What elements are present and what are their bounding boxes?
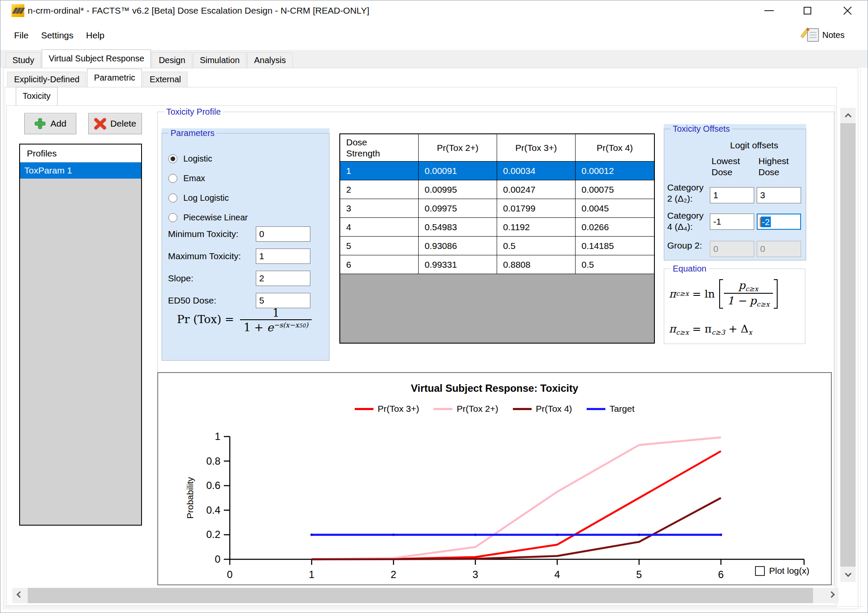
target-point: [310, 533, 313, 536]
radio-icon: [168, 194, 177, 202]
plot-log-label: Plot log(x): [769, 566, 810, 576]
delete-button[interactable]: Delete: [88, 113, 142, 134]
legend-swatch: [587, 408, 605, 410]
app-icon: [12, 4, 24, 17]
legend-swatch: [355, 408, 373, 410]
tab-study[interactable]: Study: [6, 52, 41, 68]
table-cell: 0.00075: [576, 180, 654, 199]
menu-file[interactable]: File: [9, 29, 34, 42]
plot-log-checkbox[interactable]: [755, 566, 765, 576]
scroll-left-arrow[interactable]: [12, 588, 27, 603]
maximize-button[interactable]: [793, 0, 822, 21]
scroll-right-arrow[interactable]: [824, 588, 839, 603]
parameter-field-input[interactable]: 2: [256, 271, 310, 286]
legend-item-pr-tox-3-: Pr(Tox 3+): [355, 404, 419, 414]
logit-equation-2: πc≥x = πc≥3 + Δx: [669, 323, 752, 336]
close-button[interactable]: [833, 0, 862, 21]
table-cell: 0.99331: [419, 255, 497, 274]
subtab-parametric[interactable]: Parametric: [87, 69, 142, 87]
table-row[interactable]: 30.099750.017990.0045: [340, 199, 654, 218]
table-row[interactable]: 40.549830.11920.0266: [340, 218, 654, 237]
scroll-down-arrow[interactable]: [841, 567, 855, 582]
profile-list-item[interactable]: ToxParam 1: [20, 162, 141, 179]
parameter-field-label: Minimum Toxicity:: [168, 229, 238, 239]
subtab-explicitly-defined[interactable]: Explicitly-Defined: [7, 72, 86, 87]
target-point: [638, 533, 640, 536]
add-button-label: Add: [50, 119, 66, 129]
table-header-cell[interactable]: Dose Strength: [340, 134, 419, 162]
parameter-field-row: ED50 Dose:5: [168, 293, 330, 308]
radio-icon: [168, 154, 177, 163]
radio-option-logistic[interactable]: Logistic: [168, 154, 212, 164]
innertab-toxicity[interactable]: Toxicity: [16, 87, 58, 105]
equation-panel: Equation πc≥x = ln pc≥x 1 − pc≥x πc≥x = …: [664, 264, 805, 344]
offset-row-label: Category 4 (Δ₄):: [667, 210, 710, 232]
horizontal-scrollbar-thumb[interactable]: [28, 588, 813, 603]
offset-input-high[interactable]: -2: [757, 214, 801, 230]
logit-equation-1: πc≥x = ln pc≥x 1 − pc≥x: [669, 279, 780, 309]
parameter-field-label: Slope:: [168, 273, 194, 283]
add-button[interactable]: Add: [24, 113, 76, 134]
horizontal-scrollbar[interactable]: [12, 588, 839, 603]
table-row[interactable]: 50.930860.50.14185: [340, 237, 654, 255]
table-row[interactable]: 60.993310.88080.5: [340, 255, 654, 274]
svg-text:1: 1: [309, 569, 314, 580]
table-header-cell[interactable]: Pr(Tox 4): [576, 134, 654, 162]
toxicity-offsets-group-label: Toxicity Offsets: [671, 124, 732, 133]
chart-box: Virtual Subject Response: Toxicity Pr(To…: [157, 372, 832, 585]
subtab-external[interactable]: External: [143, 72, 188, 87]
offset-input-low: 0: [710, 241, 754, 257]
table-cell: 4: [340, 218, 419, 237]
svg-text:6: 6: [718, 569, 723, 580]
menu-help[interactable]: Help: [81, 29, 110, 42]
maximize-icon: [804, 7, 811, 14]
legend-label: Pr(Tox 3+): [378, 404, 419, 414]
notes-button[interactable]: Notes: [804, 25, 848, 45]
bottom-divider: [4, 606, 864, 607]
tab-virtual-subject-response[interactable]: Virtual Subject Response: [42, 49, 151, 68]
svg-text:0.8: 0.8: [206, 455, 220, 467]
selected-text: -2: [761, 217, 771, 227]
offset-input-low[interactable]: 1: [710, 187, 754, 203]
svg-text:Probability: Probability: [185, 477, 195, 519]
offset-input-low[interactable]: -1: [710, 214, 754, 230]
scroll-up-arrow[interactable]: [841, 108, 855, 122]
tab-design[interactable]: Design: [152, 52, 192, 68]
table-cell: 0.5: [497, 237, 576, 255]
radio-option-piecewise-linear[interactable]: Piecewise Linear: [168, 213, 248, 223]
svg-text:0: 0: [227, 569, 232, 580]
vertical-scrollbar[interactable]: [840, 108, 856, 582]
radio-option-emax[interactable]: Emax: [168, 173, 205, 183]
notes-label: Notes: [822, 30, 845, 40]
table-row[interactable]: 10.000910.000340.00012: [340, 162, 654, 180]
radio-option-label: Piecewise Linear: [183, 213, 248, 223]
profiles-header: Profiles: [20, 145, 141, 162]
tab-simulation[interactable]: Simulation: [193, 52, 246, 68]
svg-text:0.2: 0.2: [206, 529, 220, 540]
chart-legend: Pr(Tox 3+)Pr(Tox 2+)Pr(Tox 4)Target: [158, 404, 831, 414]
parameter-field-input[interactable]: 1: [256, 249, 310, 264]
offset-input-high[interactable]: 3: [757, 187, 801, 203]
lowest-dose-column-label: Lowest Dose: [712, 156, 754, 178]
table-row[interactable]: 20.009950.002470.00075: [340, 180, 654, 199]
target-point: [474, 533, 477, 536]
minimize-button[interactable]: [755, 0, 783, 21]
chart-title: Virtual Subject Response: Toxicity: [158, 382, 831, 394]
table-cell: 5: [340, 237, 419, 255]
svg-text:2: 2: [391, 569, 396, 580]
svg-text:0.6: 0.6: [206, 480, 220, 491]
vertical-scrollbar-thumb[interactable]: [840, 123, 856, 567]
table-cell: 0.14185: [576, 237, 654, 255]
table-header-cell[interactable]: Pr(Tox 2+): [419, 134, 497, 162]
table-cell: 0.09975: [419, 199, 497, 218]
svg-text:5: 5: [636, 569, 642, 580]
svg-text:0: 0: [215, 553, 220, 565]
table-header-cell[interactable]: Pr(Tox 3+): [497, 134, 576, 162]
tab-analysis[interactable]: Analysis: [247, 52, 292, 68]
menu-settings[interactable]: Settings: [36, 29, 78, 42]
parameter-field-input[interactable]: 5: [256, 293, 310, 308]
radio-option-log-logistic[interactable]: Log Logistic: [168, 193, 229, 203]
dose-response-table: Dose StrengthPr(Tox 2+)Pr(Tox 3+)Pr(Tox …: [339, 133, 655, 344]
svg-text:4: 4: [554, 569, 560, 580]
parameter-field-input[interactable]: 0: [256, 226, 310, 242]
